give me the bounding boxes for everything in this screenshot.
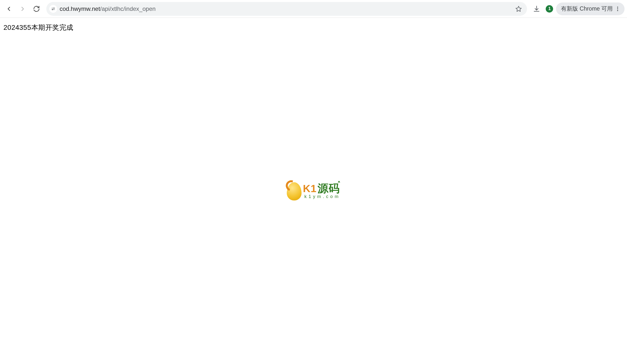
downloads-icon[interactable] [530,3,543,15]
watermark-text: K1 源码 k1ym.com [303,183,340,199]
forward-button[interactable] [16,2,29,15]
url-text: cod.hwymw.net/api/xtlhc/index_open [60,5,509,12]
svg-point-9 [617,10,618,11]
k1ym-watermark: K1 源码 k1ym.com [287,181,340,201]
reload-button[interactable] [30,2,43,15]
browser-toolbar: cod.hwymw.net/api/xtlhc/index_open 1 有新版… [0,0,627,18]
leaf-icon [337,181,341,185]
svg-point-7 [617,7,618,8]
page-content: 2024355本期开奖完成 K1 源码 k1ym.com [0,18,627,364]
back-button[interactable] [2,2,15,15]
kebab-menu-icon [615,6,621,12]
api-response-text: 2024355本期开奖完成 [3,23,73,32]
watermark-egg-icon [287,181,301,201]
bookmark-star-icon[interactable] [513,3,524,14]
svg-point-8 [617,8,618,9]
site-permissions-icon[interactable] [49,5,57,13]
chrome-update-label: 有新版 Chrome 可用 [561,5,613,12]
profile-avatar[interactable]: 1 [546,5,553,12]
chrome-update-pill[interactable]: 有新版 Chrome 可用 [556,2,625,15]
omnibox[interactable]: cod.hwymw.net/api/xtlhc/index_open [46,2,527,16]
svg-marker-6 [516,6,521,11]
profile-badge-text: 1 [548,6,551,11]
